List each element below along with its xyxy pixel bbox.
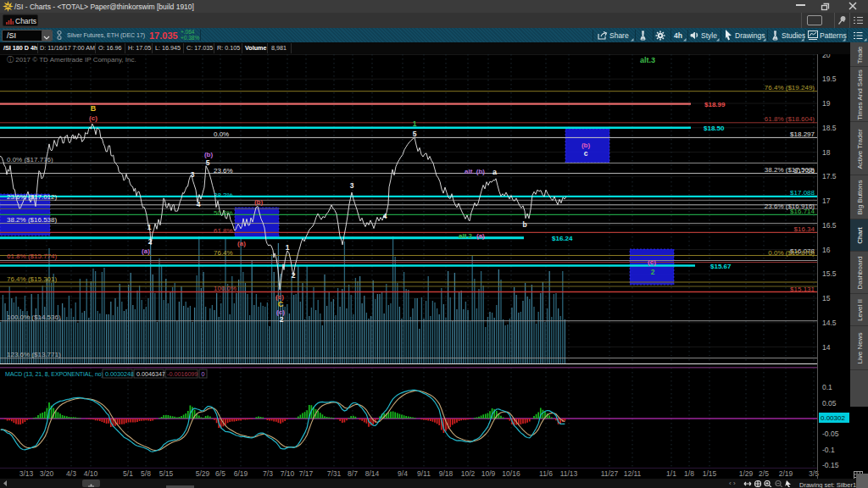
svg-text:1: 1 (147, 223, 152, 231)
svg-text:10/9: 10/9 (481, 469, 496, 478)
svg-text:$16.34: $16.34 (794, 225, 815, 233)
svg-text:9/4: 9/4 (398, 469, 408, 478)
svg-text:3/20: 3/20 (40, 469, 54, 478)
svg-text:$15.67: $15.67 (710, 263, 732, 270)
svg-text:15: 15 (822, 294, 831, 302)
svg-text:C: C (278, 300, 284, 308)
svg-text:9/18: 9/18 (439, 469, 453, 478)
svg-text:b: b (522, 220, 526, 229)
svg-text:-0.1: -0.1 (822, 446, 835, 454)
svg-text:2: 2 (148, 237, 153, 246)
svg-text:(c): (c) (89, 114, 97, 122)
svg-text:alt 2: alt 2 (459, 232, 473, 240)
svg-text:2: 2 (280, 315, 284, 324)
svg-text:23.6%: 23.6% (214, 167, 233, 175)
svg-text:(a): (a) (476, 232, 485, 240)
svg-text:2/5: 2/5 (759, 469, 769, 478)
svg-text:1: 1 (413, 119, 417, 128)
svg-text:61.8% ($15.774): 61.8% ($15.774) (7, 252, 57, 260)
svg-text:$17.088: $17.088 (790, 189, 815, 197)
svg-text:alt. (b): alt. (b) (465, 168, 485, 175)
svg-text:76.4%: 76.4% (214, 249, 233, 257)
svg-text:$17.55: $17.55 (794, 167, 815, 175)
svg-text:6/19: 6/19 (234, 469, 248, 478)
svg-text:76.4% ($15.301): 76.4% ($15.301) (7, 275, 57, 283)
svg-text:(a): (a) (237, 240, 246, 247)
svg-text:7/17: 7/17 (299, 469, 314, 478)
svg-text:0.05: 0.05 (822, 399, 837, 408)
svg-text:(c): (c) (648, 258, 656, 266)
svg-text:5: 5 (206, 158, 210, 167)
svg-text:0: 0 (202, 370, 205, 378)
svg-text:-0.15: -0.15 (822, 461, 839, 469)
svg-text:(b): (b) (254, 198, 264, 206)
svg-text:11/27: 11/27 (601, 469, 619, 478)
svg-text:0.0030248: 0.0030248 (105, 370, 134, 378)
svg-text:7/3: 7/3 (263, 469, 273, 478)
svg-text:1: 1 (286, 243, 290, 252)
svg-text:11/6: 11/6 (539, 469, 553, 478)
svg-text:61.8%: 61.8% (214, 227, 233, 235)
svg-text:5/8: 5/8 (141, 469, 151, 478)
svg-text:4: 4 (383, 212, 387, 220)
svg-text:1/1: 1/1 (666, 469, 676, 478)
svg-text:10/16: 10/16 (502, 469, 520, 478)
svg-text:11/13: 11/13 (560, 469, 578, 478)
svg-text:18: 18 (822, 148, 831, 157)
svg-text:5/29: 5/29 (196, 469, 210, 478)
svg-text:12/11: 12/11 (624, 469, 642, 478)
svg-text:38.2%: 38.2% (214, 191, 233, 199)
svg-text:3: 3 (191, 170, 195, 179)
svg-text:alt.3: alt.3 (640, 56, 655, 64)
svg-text:$16.24: $16.24 (552, 235, 573, 242)
svg-text:c: c (584, 149, 588, 158)
svg-text:76.4% ($19.249): 76.4% ($19.249) (765, 84, 815, 92)
svg-text:15.5: 15.5 (822, 269, 837, 278)
svg-text:3: 3 (350, 181, 354, 190)
svg-text:0.00302: 0.00302 (821, 414, 845, 422)
svg-text:-0.0016099: -0.0016099 (167, 370, 198, 378)
svg-text:$15.131: $15.131 (790, 286, 815, 293)
svg-text:7/10: 7/10 (281, 469, 295, 478)
svg-text:(b): (b) (204, 151, 214, 158)
svg-text:1/15: 1/15 (703, 469, 717, 478)
svg-text:8/7: 8/7 (348, 469, 358, 478)
svg-text:19.5: 19.5 (822, 75, 837, 83)
svg-text:2: 2 (651, 268, 655, 276)
svg-text:(b): (b) (581, 141, 591, 149)
svg-text:100.0% ($14.536): 100.0% ($14.536) (7, 313, 61, 321)
svg-text:18.5: 18.5 (822, 124, 837, 132)
svg-text:14: 14 (822, 343, 831, 352)
svg-text:0.0%: 0.0% (214, 130, 229, 138)
svg-text:5/15: 5/15 (159, 469, 174, 478)
svg-text:20: 20 (822, 54, 831, 59)
svg-text:$16.714: $16.714 (790, 208, 815, 215)
svg-text:-0.05: -0.05 (822, 430, 839, 438)
svg-text:9/11: 9/11 (417, 469, 431, 478)
svg-text:$18.297: $18.297 (790, 130, 815, 138)
svg-text:ⓘ 2017 © TD Ameritrade IP Comp: ⓘ 2017 © TD Ameritrade IP Company, Inc. (7, 56, 136, 64)
svg-text:0.0% ($15.878): 0.0% ($15.878) (768, 249, 815, 257)
svg-text:0.0% ($17.776): 0.0% ($17.776) (7, 156, 53, 164)
svg-text:6/5: 6/5 (215, 469, 225, 478)
svg-text:16.5: 16.5 (822, 221, 837, 230)
svg-text:50.0%: 50.0% (214, 209, 233, 217)
svg-text:8/14: 8/14 (365, 469, 380, 478)
svg-text:14.5: 14.5 (822, 319, 837, 327)
svg-text:MACD (13, 21, 8, EXPONENTIAL,: MACD (13, 21, 8, EXPONENTIAL, no) (5, 371, 103, 378)
svg-text:1/8: 1/8 (684, 469, 694, 478)
svg-text:4: 4 (197, 200, 201, 208)
svg-text:$18.99: $18.99 (704, 101, 726, 108)
svg-text:2: 2 (292, 271, 296, 280)
svg-text:38.2% ($16.538): 38.2% ($16.538) (7, 216, 57, 224)
svg-text:0.0046347: 0.0046347 (136, 370, 165, 378)
svg-text:2/19: 2/19 (779, 469, 793, 478)
svg-text:(a): (a) (142, 247, 150, 255)
svg-text:B: B (91, 104, 97, 113)
svg-text:$18.50: $18.50 (704, 125, 725, 132)
svg-text:123.6% ($13.771): 123.6% ($13.771) (7, 351, 61, 358)
svg-text:3/13: 3/13 (19, 469, 34, 478)
svg-text:10/2: 10/2 (461, 469, 476, 478)
svg-text:5/1: 5/1 (123, 469, 133, 478)
svg-text:1/29: 1/29 (739, 469, 754, 478)
